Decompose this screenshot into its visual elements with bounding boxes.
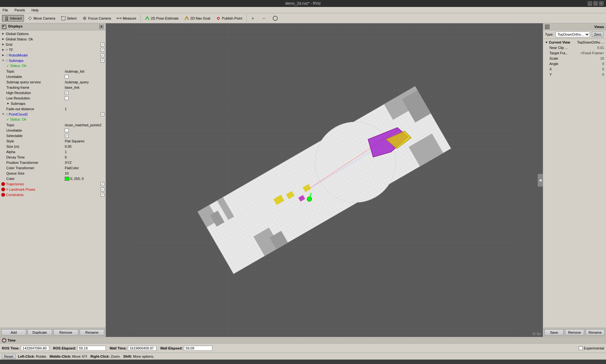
pc2-color-trans-key: Color Transformer <box>6 166 65 170</box>
pc2-color-swatch[interactable] <box>65 177 69 181</box>
minimize-button[interactable]: _ <box>588 1 592 6</box>
pc2-queue-value: 10 <box>65 171 69 175</box>
submaps-sub-row[interactable]: ▶ Submaps <box>0 101 106 106</box>
tf-checkbox[interactable] <box>100 48 104 52</box>
submaps-unreliable-checkbox[interactable] <box>65 75 69 79</box>
home-button[interactable] <box>270 15 280 22</box>
zoom-in-button[interactable]: + <box>249 15 258 22</box>
trajectories-checkbox[interactable] <box>100 182 104 186</box>
viewport-collapse-arrow[interactable]: ◀ <box>538 174 543 187</box>
add-button[interactable]: Add <box>1 329 26 336</box>
window-controls[interactable]: _ □ × <box>588 1 603 6</box>
views-save-button[interactable]: Save <box>544 329 564 336</box>
displays-panel-close[interactable]: × <box>99 25 104 29</box>
pc2-selectable-checkbox[interactable] <box>65 134 69 138</box>
trajectories-row[interactable]: Trajectories <box>0 181 106 187</box>
move-camera-button[interactable]: Move Camera <box>25 15 58 22</box>
submaps-checkbox[interactable] <box>100 59 104 63</box>
grid-row[interactable]: ▶ Grid <box>0 42 106 47</box>
submaps-query-row: Submap query service /submap_query <box>0 79 106 85</box>
robot-model-toggle: ▶ <box>1 53 5 57</box>
select-button[interactable]: Select <box>59 15 79 22</box>
submaps-toggle: ▼ <box>1 59 5 63</box>
pc2-decay-key: Decay Time <box>6 155 65 159</box>
menu-file[interactable]: File <box>1 8 9 12</box>
current-view-type: TopDownOrtho ... <box>577 40 604 44</box>
pc2-pos-key: Position Transformer <box>6 161 65 164</box>
grid-checkbox[interactable] <box>100 43 104 46</box>
robot-model-label: RobotModel <box>9 53 27 57</box>
pc2-style-value: Flat Squares <box>65 139 84 143</box>
grid-label: Grid <box>6 43 12 46</box>
submaps-sub-toggle: ▶ <box>6 102 10 105</box>
measure-button[interactable]: Measure <box>114 15 138 22</box>
pointcloud2-toggle: ▼ <box>1 112 5 116</box>
submaps-query-value: /submap_query <box>65 80 89 84</box>
views-nearclip-row: Near Clip ... 0.01 <box>543 45 606 50</box>
current-view-row[interactable]: ▼ Current View TopDownOrtho ... <box>543 39 606 45</box>
experimental-label: Experimental <box>584 346 604 350</box>
global-options-row[interactable]: ▶ Global Options <box>0 31 106 36</box>
displays-panel-title: Displays <box>2 24 22 29</box>
publish-point-label: Publish Point <box>222 16 242 20</box>
tf-type-icon: ⟳ <box>6 48 8 51</box>
focus-camera-label: Focus Camera <box>88 16 111 20</box>
views-y-value: 0 <box>602 73 604 76</box>
map-display[interactable] <box>106 23 543 337</box>
reset-button[interactable]: Reset <box>2 354 15 359</box>
pose-estimate-label: 2D Pose Estimate <box>151 16 179 20</box>
experimental-field: Experimental <box>579 346 604 350</box>
measure-label: Measure <box>123 16 136 20</box>
submaps-highres-checkbox[interactable] <box>65 91 69 95</box>
grid-toggle: ▶ <box>1 43 5 46</box>
ros-elapsed-value: 59.19 <box>77 346 106 351</box>
menu-help[interactable]: Help <box>30 8 40 12</box>
remove-button[interactable]: Remove <box>53 329 78 336</box>
pc2-unreliable-checkbox[interactable] <box>65 128 69 132</box>
duplicate-button[interactable]: Duplicate <box>27 329 52 336</box>
views-remove-button[interactable]: Remove <box>565 329 584 336</box>
svg-rect-13 <box>3 26 4 27</box>
pointcloud2-label: PointCloud2 <box>9 112 28 116</box>
submaps-fadeout-row: Fade-out distance 1 <box>0 106 106 111</box>
pointcloud2-checkbox[interactable] <box>100 112 104 116</box>
views-target-row: Target Fra... <Fixed Frame> <box>543 50 606 56</box>
time-content: ROS Time: 1432647084.80 ROS Elapsed: 59.… <box>0 343 606 353</box>
menu-panels[interactable]: Panels <box>13 8 27 12</box>
views-tree: ▼ Current View TopDownOrtho ... Near Cli… <box>543 39 606 328</box>
nav-goal-button[interactable]: 2D Nav Goal <box>182 15 212 22</box>
pc2-topic-row: Topic /scan_matched_points2 <box>0 122 106 128</box>
focus-camera-button[interactable]: Focus Camera <box>80 15 113 22</box>
publish-point-button[interactable]: Publish Point <box>214 15 244 22</box>
robot-model-row[interactable]: ▶ ⬡ RobotModel <box>0 52 106 58</box>
constraints-row[interactable]: Constraints <box>0 192 106 197</box>
landmark-poses-row[interactable]: ⟳ Landmark Poses <box>0 187 106 192</box>
viewport[interactable]: ◀ 31 fps <box>106 23 543 337</box>
maximize-button[interactable]: □ <box>593 1 598 6</box>
interact-icon <box>4 16 9 21</box>
landmark-poses-checkbox[interactable] <box>100 188 104 191</box>
experimental-checkbox[interactable] <box>579 346 583 350</box>
global-status-row[interactable]: ▶ Global Status: Ok <box>0 36 106 42</box>
submaps-unreliable-row: Unreliable <box>0 74 106 79</box>
displays-tree: ▶ Global Options ▶ Global Status: Ok ▶ G… <box>0 30 106 328</box>
submaps-fadeout-value: 1 <box>65 107 67 111</box>
views-type-select[interactable]: TopDownOrtho... <box>555 32 590 37</box>
pointcloud2-row[interactable]: ▼ ⬡ PointCloud2 <box>0 111 106 117</box>
rename-button[interactable]: Rename <box>80 329 105 336</box>
close-button[interactable]: × <box>599 1 603 6</box>
interact-button[interactable]: Interact <box>2 15 24 22</box>
robot-model-checkbox[interactable] <box>100 53 104 57</box>
pose-estimate-button[interactable]: 2D Pose Estimate <box>142 15 181 22</box>
constraints-checkbox[interactable] <box>100 193 104 197</box>
views-zero-button[interactable]: Zero <box>592 32 603 37</box>
views-type-label: Type: <box>545 33 554 36</box>
submaps-row[interactable]: ▼ ⬡ Submaps <box>0 58 106 63</box>
submaps-lowres-checkbox[interactable] <box>65 96 69 100</box>
submaps-label: Submaps <box>9 59 23 63</box>
views-rename-button[interactable]: Rename <box>585 329 605 336</box>
tf-row[interactable]: ▶ ⟳ TF <box>0 47 106 52</box>
ros-time-field: ROS Time: 1432647084.80 <box>2 346 49 351</box>
zoom-out-button[interactable]: − <box>259 15 269 22</box>
pc2-color-row: Color 0; 255; 0 <box>0 176 106 181</box>
